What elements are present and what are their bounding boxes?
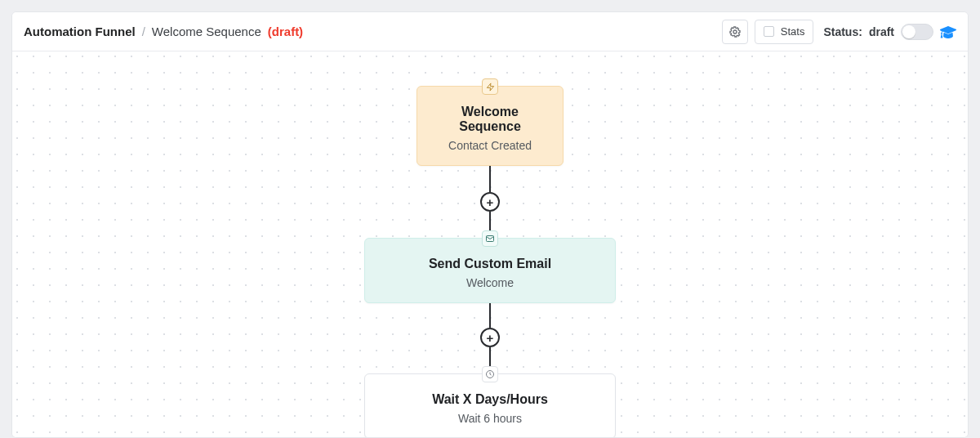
clock-icon bbox=[482, 366, 498, 382]
graduation-cap-icon bbox=[940, 24, 956, 40]
bolt-icon bbox=[482, 78, 498, 95]
stats-button[interactable]: Stats bbox=[755, 20, 814, 44]
header-bar: Automation Funnel / Welcome Sequence (dr… bbox=[12, 12, 968, 51]
status-display: Status: draft bbox=[823, 24, 933, 40]
breadcrumb-draft-badge: (draft) bbox=[268, 25, 303, 38]
wait-node[interactable]: Wait X Days/Hours Wait 6 hours bbox=[364, 373, 616, 437]
trigger-subtitle: Contact Created bbox=[430, 139, 550, 152]
app-root: Automation Funnel / Welcome Sequence (dr… bbox=[0, 0, 980, 438]
status-prefix: Status: bbox=[823, 25, 862, 38]
flow-canvas[interactable]: Welcome Sequence Contact Created + Send … bbox=[12, 51, 968, 437]
email-subtitle: Welcome bbox=[378, 276, 602, 289]
connector-line bbox=[489, 166, 491, 192]
flow-column: Welcome Sequence Contact Created + Send … bbox=[364, 86, 616, 437]
add-step-button[interactable]: + bbox=[480, 328, 500, 347]
add-step-button[interactable]: + bbox=[480, 192, 500, 212]
wait-title: Wait X Days/Hours bbox=[378, 392, 602, 407]
breadcrumb-root[interactable]: Automation Funnel bbox=[24, 25, 136, 38]
breadcrumb: Automation Funnel / Welcome Sequence (dr… bbox=[24, 25, 303, 38]
gear-icon bbox=[728, 25, 742, 38]
header-actions: Stats Status: draft bbox=[722, 20, 956, 44]
send-email-node[interactable]: Send Custom Email Welcome bbox=[364, 238, 616, 303]
mail-icon bbox=[482, 230, 498, 247]
svg-point-0 bbox=[733, 30, 737, 34]
stats-label: Stats bbox=[781, 25, 805, 38]
breadcrumb-separator: / bbox=[142, 25, 145, 38]
status-toggle[interactable] bbox=[901, 24, 933, 40]
help-button[interactable] bbox=[940, 24, 956, 40]
toggle-knob bbox=[902, 25, 915, 38]
trigger-title: Welcome Sequence bbox=[430, 105, 550, 134]
breadcrumb-funnel-name[interactable]: Welcome Sequence bbox=[152, 25, 261, 38]
settings-button[interactable] bbox=[722, 20, 748, 44]
svg-marker-1 bbox=[487, 83, 493, 90]
stats-checkbox[interactable] bbox=[764, 26, 774, 37]
editor-panel: Automation Funnel / Welcome Sequence (dr… bbox=[11, 11, 969, 438]
connector-line bbox=[489, 303, 491, 328]
status-value: draft bbox=[869, 25, 894, 38]
wait-subtitle: Wait 6 hours bbox=[378, 412, 602, 425]
email-title: Send Custom Email bbox=[378, 257, 602, 271]
trigger-node[interactable]: Welcome Sequence Contact Created bbox=[416, 86, 564, 166]
